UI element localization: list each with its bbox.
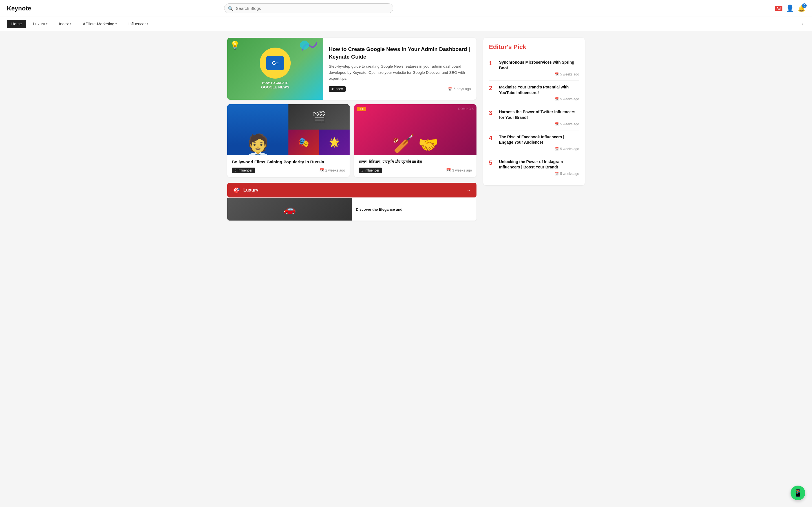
chevron-down-icon: ▾ <box>70 22 71 25</box>
cricket-card-title: भारतः विविधता, संस्कृति और प्रगति का देश <box>359 159 472 165</box>
pick-time: 📅 5 weeks ago <box>499 72 579 76</box>
bell-badge: 0 <box>802 3 807 8</box>
clock-icon: 📅 <box>555 122 559 126</box>
nav-more-button[interactable]: › <box>799 20 805 28</box>
pick-title: The Rise of Facebook Influencers | Engag… <box>499 134 579 145</box>
ad-badge: Ad <box>775 6 782 11</box>
featured-image: 💡 G≡ <box>227 38 323 100</box>
featured-time: 📅 5 days ago <box>448 87 471 91</box>
nav-luxury[interactable]: Luxury ▾ <box>29 20 52 28</box>
pick-item[interactable]: 5 Unlocking the Power of Instagram Influ… <box>489 155 579 180</box>
nav: Home Luxury ▾ Index ▾ Affiliate-Marketin… <box>0 17 812 31</box>
user-icon[interactable]: 👤 <box>786 4 794 12</box>
chevron-down-icon: ▾ <box>147 22 149 25</box>
sidebar: Editor's Pick 1 Synchronous Microservice… <box>483 38 585 221</box>
cricket-tag[interactable]: # Influencer <box>359 168 382 173</box>
pick-number: 1 <box>489 60 496 67</box>
clock-icon: 📅 <box>448 87 452 91</box>
bulb-icon: 💡 <box>230 41 240 50</box>
editors-pick: Editor's Pick 1 Synchronous Microservice… <box>483 38 585 185</box>
content-area: 💡 G≡ <box>227 38 476 221</box>
logo: Keynote <box>7 5 31 12</box>
cricket-player1-icon: 🏏 <box>392 135 415 153</box>
pick-content: Harness the Power of Twitter Influencers… <box>499 109 579 126</box>
cricket-card-body: भारतः विविधता, संस्कृति और प्रगति का देश… <box>354 155 476 177</box>
pick-title: Unlocking the Power of Instagram Influen… <box>499 159 579 170</box>
bollywood-bottom-right: 🌟 <box>319 129 350 155</box>
luxury-thumb-1: 🚗 <box>227 198 352 221</box>
bollywood-card[interactable]: 🧑‍💼 🎬 🎭 <box>227 104 350 177</box>
pick-content: Maximize Your Brand's Potential with You… <box>499 84 579 101</box>
bollywood-card-image: 🧑‍💼 🎬 🎭 <box>227 104 350 155</box>
cricket-card[interactable]: 🏏 🤝 DOMINO'S DHL भारतः विविधता, संस्कृति… <box>354 104 476 177</box>
clock-icon: 📅 <box>555 172 559 176</box>
luxury-section: 🎯 Luxury → 🚗 Discover the Elegance and <box>227 182 476 221</box>
bell-wrap[interactable]: 🔔 0 <box>798 5 805 12</box>
bollywood-bottom-left: 🎭 <box>289 129 319 155</box>
pick-title: Synchronous Microservices with Spring Bo… <box>499 60 579 71</box>
clock-icon: 📅 <box>319 168 324 173</box>
luxury-arrow-icon: → <box>466 187 471 193</box>
bollywood-card-body: Bollywood Films Gaining Popularity in Ru… <box>227 155 350 177</box>
pick-time: 📅 5 weeks ago <box>499 97 579 101</box>
search-icon: 🔍 <box>228 6 234 11</box>
cricket-card-meta: # Influencer 📅 3 weeks ago <box>359 168 472 173</box>
pick-item[interactable]: 1 Synchronous Microservices with Spring … <box>489 56 579 80</box>
nav-home[interactable]: Home <box>7 20 26 28</box>
bollywood-time: 📅 2 weeks ago <box>319 168 345 173</box>
search-bar: 🔍 <box>224 3 393 13</box>
pick-time: 📅 5 weeks ago <box>499 122 579 126</box>
nav-index[interactable]: Index ▾ <box>54 20 76 28</box>
clock-icon: 📅 <box>555 147 559 151</box>
bollywood-tag[interactable]: # Influencer <box>232 168 255 173</box>
pick-number: 5 <box>489 159 496 166</box>
pick-number: 2 <box>489 84 496 92</box>
luxury-label: Luxury <box>243 187 462 193</box>
main-layout: 💡 G≡ <box>223 31 589 227</box>
clock-icon: 📅 <box>446 168 451 173</box>
teal-blob <box>300 41 309 50</box>
sponsor-text: DOMINO'S <box>458 107 474 110</box>
featured-body: How to Create Google News in Your Admin … <box>323 38 476 100</box>
featured-card[interactable]: 💡 G≡ <box>227 38 476 100</box>
cards-row: 🧑‍💼 🎬 🎭 <box>227 104 476 177</box>
pick-item[interactable]: 3 Harness the Power of Twitter Influence… <box>489 105 579 130</box>
clock-icon: 📅 <box>555 97 559 101</box>
pick-item[interactable]: 4 The Rise of Facebook Influencers | Eng… <box>489 130 579 155</box>
featured-description: Step-by-step guide to creating Google Ne… <box>329 63 471 82</box>
editors-pick-title: Editor's Pick <box>489 43 579 51</box>
google-news-logo: G≡ <box>266 56 284 70</box>
featured-tag[interactable]: # Index <box>329 86 346 92</box>
luxury-banner[interactable]: 🎯 Luxury → <box>227 183 476 198</box>
picks-list: 1 Synchronous Microservices with Spring … <box>489 56 579 180</box>
bollywood-top-image: 🎬 <box>289 104 350 129</box>
nav-affiliate[interactable]: Affiliate-Marketing ▾ <box>79 20 122 28</box>
chevron-down-icon: ▾ <box>115 22 117 25</box>
yellow-card-decoration <box>287 52 294 61</box>
pick-content: Synchronous Microservices with Spring Bo… <box>499 60 579 76</box>
person-silhouette: 🧑‍💼 <box>244 135 272 155</box>
pick-content: Unlocking the Power of Instagram Influen… <box>499 159 579 176</box>
luxury-icon: 🎯 <box>233 187 240 193</box>
pick-title: Harness the Power of Twitter Influencers… <box>499 109 579 120</box>
luxury-thumb-desc: Discover the Elegance and <box>352 198 476 221</box>
pick-item[interactable]: 2 Maximize Your Brand's Potential with Y… <box>489 80 579 105</box>
google-news-graphic: G≡ HOW TO CREATE GOOGLE NEWS <box>260 48 291 90</box>
featured-image-text: HOW TO CREATE GOOGLE NEWS <box>261 81 289 90</box>
header: Keynote 🔍 Ad 👤 🔔 0 <box>0 0 812 17</box>
pick-title: Maximize Your Brand's Potential with You… <box>499 84 579 96</box>
red-card-decoration <box>287 50 297 61</box>
search-input[interactable] <box>224 3 393 13</box>
nav-influencer[interactable]: Influencer ▾ <box>124 20 153 28</box>
pick-number: 3 <box>489 109 496 117</box>
cricket-player2-icon: 🤝 <box>418 136 439 153</box>
dhl-badge: DHL <box>357 107 366 111</box>
pick-content: The Rise of Facebook Influencers | Engag… <box>499 134 579 151</box>
header-actions: Ad 👤 🔔 0 <box>775 4 805 12</box>
chevron-down-icon: ▾ <box>46 22 48 25</box>
featured-meta: # Index 📅 5 days ago <box>329 86 471 92</box>
clock-icon: 📅 <box>555 72 559 76</box>
bollywood-card-title: Bollywood Films Gaining Popularity in Ru… <box>232 159 345 165</box>
featured-title: How to Create Google News in Your Admin … <box>329 46 471 61</box>
pick-time: 📅 5 weeks ago <box>499 147 579 151</box>
